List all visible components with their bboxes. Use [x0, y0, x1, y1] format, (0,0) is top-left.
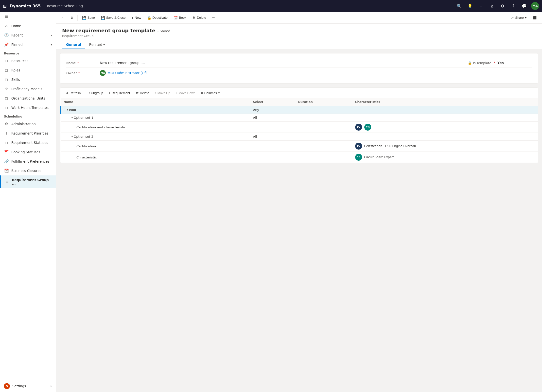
- sidebar-item-req-group[interactable]: ≡ Requirement Group ...: [0, 175, 56, 188]
- save-close-button[interactable]: 💾 Save & Close: [98, 14, 128, 21]
- book-icon: 📅: [174, 16, 178, 20]
- move-up-label: Move Up: [157, 91, 170, 95]
- new-label: New: [135, 16, 141, 19]
- back-button[interactable]: ←: [59, 14, 67, 21]
- grid-delete-button[interactable]: 🗑 Delete: [133, 90, 152, 96]
- sidebar-item-req-priorities[interactable]: ↓ Requirement Priorities: [0, 129, 56, 138]
- sidebar-item-settings[interactable]: S Settings ◇: [0, 380, 56, 392]
- characteristic-badge: C-: [355, 124, 362, 131]
- sidebar-item-administration[interactable]: ⚙ Administration: [0, 119, 56, 129]
- table-row[interactable]: ▾ Option set 2All: [61, 133, 538, 141]
- columns-chevron-icon: ▾: [218, 91, 220, 95]
- sidebar-item-business-closures[interactable]: 📆 Business Closures: [0, 166, 56, 175]
- owner-label: Owner *: [66, 71, 96, 75]
- row-select: [250, 122, 295, 133]
- tab-general[interactable]: General: [62, 41, 85, 49]
- gear-icon[interactable]: ⚙: [499, 2, 507, 10]
- is-template-field: 🔒 Is Template * Yes: [468, 61, 532, 65]
- chevron-down-icon[interactable]: ▾: [71, 116, 73, 119]
- req-statuses-icon: ◻: [4, 140, 9, 145]
- top-nav: ⊞ Dynamics 365 Resource Scheduling 🔍 💡 +…: [0, 0, 542, 12]
- share-button[interactable]: ↗ Share ▾: [508, 14, 529, 21]
- plus-icon[interactable]: +: [477, 2, 485, 10]
- deactivate-button[interactable]: 🔒 Deactivate: [145, 14, 170, 21]
- add-requirement-button[interactable]: + Requirement: [106, 90, 132, 96]
- sidebar-item-recent[interactable]: 🕐 Recent ▾: [0, 31, 56, 40]
- table-row[interactable]: ▾ RootAny: [61, 106, 538, 114]
- sidebar-item-booking-statuses[interactable]: 🚩 Booking Statuses: [0, 147, 56, 157]
- is-template-label: Is Template: [473, 61, 491, 65]
- delete-button[interactable]: 🗑 Delete: [190, 14, 209, 21]
- characteristic-badge: C-: [355, 143, 362, 150]
- book-button[interactable]: 📅 Book: [171, 14, 189, 21]
- deactivate-icon: 🔒: [147, 16, 151, 20]
- characteristic-badge: CB: [355, 154, 362, 161]
- share-chevron-icon: ▾: [525, 16, 527, 19]
- view-record-button[interactable]: ⬛: [530, 14, 539, 21]
- chevron-down-icon[interactable]: ▾: [71, 135, 73, 138]
- chat-icon[interactable]: 💬: [520, 2, 528, 10]
- org-units-icon: ◻: [4, 96, 9, 101]
- proficiency-icon: ☆: [4, 87, 9, 91]
- columns-button[interactable]: ⧖ Columns ▾: [199, 90, 222, 96]
- form-row-owner: Owner * MA MOD Administrator (Ofl: [66, 67, 532, 78]
- save-button[interactable]: 💾 Save: [80, 14, 97, 21]
- sidebar-item-org-units[interactable]: ◻ Organizational Units: [0, 94, 56, 103]
- main-content: ← ⧉ 💾 Save 💾 Save & Close + New 🔒 Deacti…: [56, 12, 542, 392]
- scheduling-section-label: Scheduling: [0, 112, 56, 119]
- row-duration: [295, 122, 352, 133]
- row-select: All: [250, 133, 295, 141]
- characteristic-badge: CB: [364, 124, 371, 131]
- table-row[interactable]: ▾ Option set 1All: [61, 114, 538, 122]
- move-down-button[interactable]: ↓ Move Down: [174, 90, 198, 96]
- bulb-icon[interactable]: 💡: [466, 2, 474, 10]
- table-row[interactable]: CertificationC-Certification - HSR Engin…: [61, 141, 538, 152]
- table-row[interactable]: ChracteristicCBCircuit Board Expert: [61, 152, 538, 163]
- sidebar-toggle[interactable]: ☰: [0, 12, 56, 21]
- sidebar-item-roles[interactable]: ◻ Roles: [0, 66, 56, 75]
- sidebar-item-label: Proficiency Models: [11, 87, 42, 91]
- tabs: General Related ▾: [62, 41, 536, 49]
- popout-button[interactable]: ⧉: [68, 14, 75, 21]
- filter-icon[interactable]: ⧖: [488, 2, 496, 10]
- table-row[interactable]: Certification and characteristicC-CB: [61, 122, 538, 133]
- help-icon[interactable]: ?: [509, 2, 517, 10]
- save-label: Save: [87, 16, 95, 19]
- page-subtitle: Requirement Group: [62, 34, 536, 38]
- tab-related-chevron-icon: ▾: [103, 43, 105, 47]
- sidebar-item-work-hours[interactable]: ◻ Work Hours Templates: [0, 103, 56, 112]
- sidebar-item-resources[interactable]: ◻ Resources: [0, 56, 56, 66]
- sidebar-item-label: Organizational Units: [11, 96, 45, 100]
- add-subgroup-button[interactable]: + Subgroup: [84, 90, 105, 96]
- move-up-button[interactable]: ↑ Move Up: [152, 90, 173, 96]
- subgroup-label: Subgroup: [89, 91, 103, 95]
- owner-name[interactable]: MOD Administrator (Ofl: [108, 71, 147, 75]
- row-select: [250, 152, 295, 163]
- new-button[interactable]: + New: [129, 14, 143, 21]
- name-value[interactable]: New requirement group t...: [100, 61, 464, 65]
- tab-related[interactable]: Related ▾: [85, 41, 109, 49]
- brand: Dynamics 365: [10, 4, 41, 8]
- overflow-button[interactable]: ⋯: [210, 14, 218, 21]
- sidebar-item-fulfillment[interactable]: 🔗 Fulfillment Preferences: [0, 157, 56, 166]
- chevron-down-icon[interactable]: ▾: [67, 108, 68, 111]
- popout-icon: ⧉: [71, 16, 73, 20]
- book-label: Book: [179, 16, 186, 19]
- sidebar-item-label: Business Closures: [11, 169, 41, 173]
- sidebar-item-skills[interactable]: ◻ Skills: [0, 75, 56, 84]
- sidebar-item-req-statuses[interactable]: ◻ Requirement Statuses: [0, 138, 56, 147]
- search-icon[interactable]: 🔍: [455, 2, 463, 10]
- avatar[interactable]: MA: [531, 2, 539, 10]
- command-bar: ← ⧉ 💾 Save 💾 Save & Close + New 🔒 Deacti…: [56, 12, 542, 24]
- share-label: Share: [515, 16, 524, 19]
- waffle-icon[interactable]: ⊞: [3, 3, 7, 9]
- sidebar-item-label: Settings: [12, 384, 26, 388]
- recent-icon: 🕐: [4, 33, 9, 37]
- sidebar-item-proficiency[interactable]: ☆ Proficiency Models: [0, 84, 56, 94]
- sidebar-item-home[interactable]: ⌂ Home: [0, 21, 56, 31]
- refresh-button[interactable]: ↺ Refresh: [63, 90, 83, 96]
- sidebar-item-pinned[interactable]: 📌 Pinned ▾: [0, 40, 56, 49]
- is-template-required: *: [494, 61, 495, 65]
- row-characteristics: C-Certification - HSR Engine Overhau: [352, 141, 538, 152]
- owner-required: *: [78, 71, 80, 75]
